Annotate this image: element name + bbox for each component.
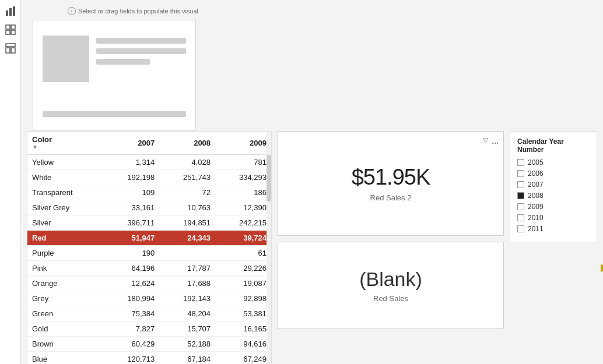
cell-2009: 67,249 — [215, 352, 271, 365]
table-row[interactable]: Pink64,19617,78729,226 — [27, 261, 271, 276]
cell-2007: 192,198 — [103, 170, 159, 185]
legend-item-label: 2010 — [528, 214, 544, 222]
placeholder-lines — [96, 38, 186, 121]
cell-2009: 16,165 — [215, 321, 271, 337]
table-row[interactable]: Grey180,994192,14392,898 — [27, 291, 271, 306]
cell-2007: 1,314 — [103, 154, 159, 170]
svg-rect-8 — [6, 48, 10, 53]
cell-2009: 39,724 — [215, 231, 271, 246]
cell-2007: 51,947 — [103, 231, 159, 246]
table-row[interactable]: Orange12,62417,68819,087 — [27, 276, 271, 291]
legend-item[interactable]: 2006 — [517, 169, 590, 178]
legend-item[interactable]: 2007 — [517, 181, 590, 189]
cell-2008: 17,688 — [159, 276, 215, 291]
legend-item[interactable]: 2009 — [517, 203, 590, 211]
legend-checkbox[interactable] — [517, 214, 524, 221]
cell-2008: 52,188 — [159, 337, 215, 352]
cell-2008: 72 — [159, 185, 215, 200]
info-icon: i — [68, 7, 76, 15]
cell-color: Silver Grey — [27, 200, 103, 215]
legend-item-label: 2008 — [528, 192, 544, 200]
table-row[interactable]: Yellow1,3144,028781 — [27, 154, 271, 170]
cell-2009: 242,215 — [215, 215, 271, 231]
cell-color: Green — [27, 306, 103, 321]
blank-label: Red Sales — [373, 294, 408, 303]
card-area: ▽ ... $51.95K Red Sales 2 (Blank) Red Sa… — [278, 131, 504, 364]
sidebar — [0, 0, 21, 364]
sort-arrow-color: ▼ — [32, 144, 99, 150]
col-header-2009[interactable]: 2009 — [215, 132, 271, 154]
col-header-color[interactable]: Color ▼ — [27, 132, 103, 154]
bar-chart-icon[interactable] — [4, 5, 17, 17]
table-scroll[interactable]: Color ▼ 2007 2008 2009 Yellow1,3144,0287… — [27, 132, 271, 364]
svg-rect-9 — [11, 48, 15, 53]
grid-icon[interactable] — [4, 23, 17, 36]
cell-2007: 75,384 — [103, 306, 159, 321]
cell-2008: 48,204 — [159, 306, 215, 321]
col-header-2008[interactable]: 2008 — [159, 132, 215, 154]
metric-card: ▽ ... $51.95K Red Sales 2 — [278, 131, 504, 236]
legend-item[interactable]: 2008 — [517, 192, 590, 200]
col-header-color-label: Color — [32, 135, 52, 144]
legend-item[interactable]: 2005 — [517, 158, 590, 167]
ellipsis-menu[interactable]: ... — [492, 136, 499, 146]
legend-checkbox[interactable] — [517, 170, 524, 177]
table-row[interactable]: Red51,94724,34339,724 — [27, 231, 271, 246]
placeholder-line-2 — [96, 48, 186, 54]
cell-color: Yellow — [27, 154, 103, 170]
cell-2009: 94,616 — [215, 337, 271, 352]
table-row[interactable]: Silver396,711194,851242,215 — [27, 215, 271, 231]
cell-2007: 190 — [103, 246, 159, 261]
placeholder-line-3 — [96, 59, 150, 65]
cell-2009: 12,390 — [215, 200, 271, 215]
bottom-section: Color ▼ 2007 2008 2009 Yellow1,3144,0287… — [21, 131, 603, 364]
cell-2007: 7,827 — [103, 321, 159, 337]
legend-checkbox[interactable] — [517, 181, 524, 188]
cell-2008: 251,743 — [159, 170, 215, 185]
svg-rect-2 — [13, 6, 15, 16]
cell-2007: 64,196 — [103, 261, 159, 276]
table-row[interactable]: Purple19061 — [27, 246, 271, 261]
data-table-container: Color ▼ 2007 2008 2009 Yellow1,3144,0287… — [27, 131, 272, 364]
legend-checkbox[interactable] — [517, 192, 524, 199]
placeholder-bottom-line — [43, 111, 186, 117]
table-row[interactable]: Brown60,42952,18894,616 — [27, 337, 271, 352]
legend-item[interactable]: 2010 — [517, 214, 590, 222]
cell-2008: 10,763 — [159, 200, 215, 215]
table-row[interactable]: Gold7,82715,70716,165 — [27, 321, 271, 337]
cell-2008: 24,343 — [159, 231, 215, 246]
legend-area: Calendar Year Number 2005200620072008200… — [510, 131, 597, 242]
col-header-2007[interactable]: 2007 — [103, 132, 159, 154]
cell-2008: 4,028 — [159, 154, 215, 170]
cell-2009: 186 — [215, 185, 271, 200]
legend-checkbox[interactable] — [517, 225, 524, 232]
svg-rect-3 — [6, 25, 10, 29]
legend-checkbox[interactable] — [517, 203, 524, 210]
table-row[interactable]: Blue120,71367,18467,249 — [27, 352, 271, 365]
table-row[interactable]: Transparent10972186 — [27, 185, 271, 200]
cell-2008: 194,851 — [159, 215, 215, 231]
filter-icon[interactable]: ▽ — [483, 136, 488, 144]
legend-checkbox[interactable] — [517, 159, 524, 166]
table-row[interactable]: Silver Grey33,16110,76312,390 — [27, 200, 271, 215]
legend-item-label: 2011 — [528, 225, 544, 233]
cell-2007: 60,429 — [103, 337, 159, 352]
cell-color: Transparent — [27, 185, 103, 200]
cell-color: Gold — [27, 321, 103, 337]
data-table: Color ▼ 2007 2008 2009 Yellow1,3144,0287… — [27, 132, 271, 364]
legend-item[interactable]: 2011 — [517, 225, 590, 233]
svg-rect-1 — [9, 8, 12, 16]
cell-color: Silver — [27, 215, 103, 231]
cell-2007: 120,713 — [103, 352, 159, 365]
scroll-indicator — [267, 132, 271, 364]
svg-rect-4 — [11, 25, 15, 29]
layout-icon[interactable] — [4, 42, 17, 55]
metric-label: Red Sales 2 — [370, 193, 412, 202]
blank-value: (Blank) — [359, 268, 422, 291]
legend-item-label: 2005 — [528, 158, 544, 167]
table-row[interactable]: White192,198251,743334,293 — [27, 170, 271, 185]
cell-2007: 396,711 — [103, 215, 159, 231]
cell-2009: 29,226 — [215, 261, 271, 276]
cell-2009: 334,293 — [215, 170, 271, 185]
table-row[interactable]: Green75,38448,20453,381 — [27, 306, 271, 321]
